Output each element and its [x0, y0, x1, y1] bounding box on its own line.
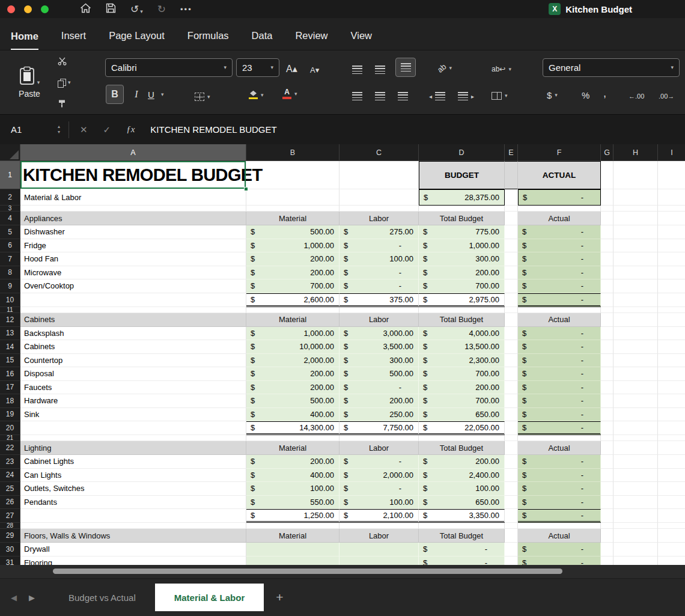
cell-H25[interactable]	[613, 482, 658, 496]
cell-C25[interactable]: $-	[339, 482, 419, 496]
cell-H4[interactable]	[613, 212, 658, 225]
cell-D8[interactable]: $200.00	[419, 266, 505, 280]
row-header-16[interactable]: 16	[0, 367, 20, 381]
name-box[interactable]: A1	[0, 124, 58, 135]
cell-H15[interactable]	[613, 354, 658, 368]
row-header-20[interactable]: 20	[0, 421, 20, 435]
ribbon-tab-insert[interactable]: Insert	[61, 30, 86, 50]
cell-C3[interactable]	[339, 206, 419, 212]
column-header-B[interactable]: B	[246, 144, 339, 161]
cell-I28[interactable]	[658, 523, 685, 529]
paste-button[interactable]: ▾ Paste	[8, 54, 50, 111]
cell-I12[interactable]	[658, 313, 685, 327]
cell-B11[interactable]	[246, 307, 339, 313]
row-header-27[interactable]: 27	[0, 509, 20, 523]
cell-I13[interactable]	[658, 327, 685, 341]
cell-F23[interactable]: $-	[518, 455, 601, 469]
cell-D23[interactable]: $200.00	[419, 455, 505, 469]
cell-D3[interactable]	[419, 206, 505, 212]
undo-button[interactable]: ↺ ▾	[130, 4, 143, 14]
cell-H8[interactable]	[613, 266, 658, 280]
copy-button[interactable]: ▾	[58, 79, 71, 87]
cell-D12[interactable]: Total Budget	[419, 313, 505, 327]
cell-G15[interactable]	[601, 354, 613, 368]
sheet-tab-material-labor[interactable]: Material & Labor	[155, 584, 264, 611]
row-header-8[interactable]: 8	[0, 266, 20, 280]
cell-F12[interactable]: Actual	[518, 313, 601, 327]
cell-F6[interactable]: $-	[518, 239, 601, 253]
cell-I27[interactable]	[658, 509, 685, 523]
close-window-button[interactable]	[7, 5, 15, 13]
cell-C10[interactable]: $375.00	[339, 293, 419, 307]
ribbon-tab-page-layout[interactable]: Page Layout	[109, 30, 165, 50]
cell-I7[interactable]	[658, 252, 685, 266]
cell-G5[interactable]	[601, 225, 613, 239]
cell-F29[interactable]: Actual	[518, 529, 601, 543]
cell-E6[interactable]	[505, 239, 518, 253]
cell-C11[interactable]	[339, 307, 419, 313]
cell-B20[interactable]: $14,300.00	[246, 421, 339, 435]
italic-button[interactable]: I	[130, 86, 143, 103]
cell-A15[interactable]: Countertop	[20, 354, 246, 368]
row-header-28[interactable]: 28	[0, 523, 20, 529]
align-right-button[interactable]	[398, 88, 408, 105]
cell-C15[interactable]: $300.00	[339, 354, 419, 368]
cell-E27[interactable]	[505, 509, 518, 523]
cell-F19[interactable]: $-	[518, 408, 601, 422]
cell-E21[interactable]	[505, 435, 518, 441]
cell-B29[interactable]: Material	[246, 529, 339, 543]
align-left-button[interactable]	[352, 88, 362, 105]
cell-B23[interactable]: $200.00	[246, 455, 339, 469]
cell-G20[interactable]	[601, 421, 613, 435]
row-header-7[interactable]: 7	[0, 252, 20, 266]
cell-B13[interactable]: $1,000.00	[246, 327, 339, 341]
zoom-window-button[interactable]	[41, 5, 49, 13]
ribbon-tab-formulas[interactable]: Formulas	[187, 30, 229, 50]
cell-E9[interactable]	[505, 279, 518, 293]
row-header-19[interactable]: 19	[0, 408, 20, 422]
row-header-3[interactable]: 3	[0, 206, 20, 212]
row-header-25[interactable]: 25	[0, 482, 20, 496]
cell-B14[interactable]: $10,000.00	[246, 340, 339, 354]
cell-H9[interactable]	[613, 279, 658, 293]
row-header-21[interactable]: 21	[0, 435, 20, 441]
cell-C21[interactable]	[339, 435, 419, 441]
cell-A1[interactable]: KITCHEN REMODEL BUDGET	[20, 161, 246, 189]
cell-G23[interactable]	[601, 455, 613, 469]
cell-I19[interactable]	[658, 408, 685, 422]
cell-I16[interactable]	[658, 367, 685, 381]
align-middle-button[interactable]	[375, 61, 385, 78]
cell-H18[interactable]	[613, 394, 658, 408]
cell-F5[interactable]: $-	[518, 225, 601, 239]
cell-E30[interactable]	[505, 543, 518, 557]
cell-F18[interactable]: $-	[518, 394, 601, 408]
row-header-15[interactable]: 15	[0, 354, 20, 368]
cell-F7[interactable]: $-	[518, 252, 601, 266]
cell-H10[interactable]	[613, 293, 658, 307]
column-header-F[interactable]: F	[518, 144, 601, 161]
cell-G29[interactable]	[601, 529, 613, 543]
font-size-select[interactable]: 23 ▾	[236, 58, 279, 77]
cell-G10[interactable]	[601, 293, 613, 307]
cell-H13[interactable]	[613, 327, 658, 341]
cell-A11[interactable]	[20, 307, 246, 313]
cell-I10[interactable]	[658, 293, 685, 307]
cell-D16[interactable]: $700.00	[419, 367, 505, 381]
column-header-G[interactable]: G	[601, 144, 613, 161]
cell-C24[interactable]: $2,000.00	[339, 469, 419, 483]
row-header-17[interactable]: 17	[0, 381, 20, 395]
cell-D26[interactable]: $650.00	[419, 496, 505, 510]
cell-A19[interactable]: Sink	[20, 408, 246, 422]
sheet-nav-right-button[interactable]: ▶	[29, 593, 35, 602]
cell-B18[interactable]: $500.00	[246, 394, 339, 408]
insert-function-button[interactable]: ƒx	[126, 124, 135, 135]
cell-G11[interactable]	[601, 307, 613, 313]
cell-F24[interactable]: $-	[518, 469, 601, 483]
cell-H21[interactable]	[613, 435, 658, 441]
cell-A2[interactable]: Material & Labor	[20, 189, 246, 206]
currency-format-button[interactable]: $ ▾	[547, 87, 558, 103]
ribbon-tab-data[interactable]: Data	[252, 30, 273, 50]
cell-I21[interactable]	[658, 435, 685, 441]
sheet-tab-budget-vs-actual[interactable]: Budget vs Actual	[49, 584, 155, 611]
cell-D17[interactable]: $200.00	[419, 381, 505, 395]
